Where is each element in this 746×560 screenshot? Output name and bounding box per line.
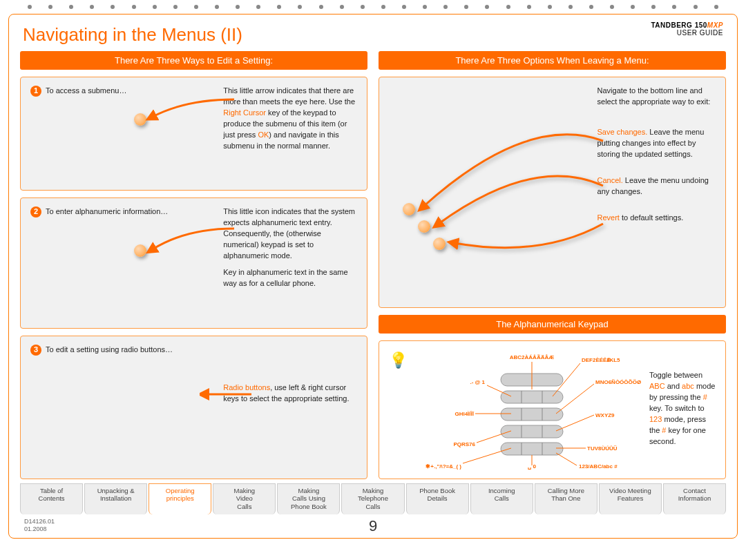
page-frame: TANDBERG 150MXP USER GUIDE Navigating in… — [8, 14, 738, 539]
box3-lead: To edit a setting using radio buttons… — [46, 345, 173, 356]
chapter-tab[interactable]: MakingVideoCalls — [213, 483, 276, 514]
box2-p2: Key in alphanumeric text in the same way… — [223, 267, 357, 289]
chapter-tab[interactable]: Operatingprinciples — [149, 483, 211, 514]
chapter-tab[interactable]: Calling MoreThan One — [535, 483, 597, 514]
leave-menu-box: Navigate to the bottom line and select t… — [379, 77, 726, 308]
svg-text:✱+.,"/\?=&_( ): ✱+.,"/\?=&_( ) — [425, 463, 461, 470]
leave-intro: Navigate to the bottom line and select t… — [597, 86, 716, 108]
chapter-tab[interactable]: ContactInformation — [663, 483, 726, 514]
left-section-header: There Are Three Ways to Edit a Setting: — [20, 51, 367, 70]
svg-text:␣ 0: ␣ 0 — [528, 463, 536, 470]
keypad-description: Toggle between ABC and abc mode by press… — [649, 349, 716, 470]
bullet-1: 1 — [30, 86, 41, 97]
left-column: There Are Three Ways to Edit a Setting: … — [20, 51, 367, 479]
svg-line-23 — [556, 453, 577, 465]
svg-text:GHI4ÌÍÎÏ: GHI4ÌÍÎÏ — [455, 411, 474, 417]
chapter-tab[interactable]: Table ofContents — [20, 483, 83, 514]
header-brand: TANDBERG 150MXP USER GUIDE — [651, 21, 723, 37]
doc-type: USER GUIDE — [677, 29, 723, 37]
edit-setting-box-2: 2To enter alphanumeric information… This… — [20, 197, 367, 329]
right-section-header-2: The Alphanumerical Keypad — [379, 315, 726, 334]
page-number: 9 — [369, 517, 377, 535]
keypad-box: 💡 — [379, 340, 726, 479]
svg-rect-4 — [501, 443, 563, 455]
chapter-tab[interactable]: Phone BookDetails — [406, 483, 469, 514]
chapter-tab[interactable]: Video MeetingFeatures — [599, 483, 662, 514]
box2-p1: This little icon indicates that the syst… — [223, 206, 357, 262]
svg-line-21 — [463, 448, 511, 463]
model-suffix: MXP — [707, 21, 723, 29]
right-column: There Are Three Options When Leaving a M… — [379, 51, 726, 479]
arrow-icon — [144, 93, 241, 141]
chapter-tab[interactable]: IncomingCalls — [470, 483, 533, 514]
svg-text:ABC2ÀÁÂÃÄÅÆ: ABC2ÀÁÂÃÄÅÆ — [510, 354, 554, 360]
box2-lead: To enter alphanumeric information… — [46, 206, 168, 218]
doc-date: 01.2008 — [24, 525, 55, 534]
leave-opt-cancel: Cancel. Leave the menu undoing any chang… — [597, 175, 716, 197]
arrow-icon — [200, 386, 255, 407]
chapter-tab[interactable]: MakingTelephoneCalls — [341, 483, 404, 514]
model-number: 150 — [695, 21, 707, 29]
edit-setting-box-1: 1To access a submenu… This little arrow … — [20, 77, 367, 191]
box1-lead: To access a submenu… — [46, 86, 126, 97]
svg-text:WXYZ9: WXYZ9 — [595, 412, 615, 418]
leave-opt-save: Save changes. Leave the menu putting cha… — [597, 127, 716, 160]
svg-rect-2 — [501, 408, 563, 421]
chapter-tab[interactable]: Unpacking &Installation — [84, 483, 147, 514]
footer-meta: D14126.01 01.2008 — [24, 518, 55, 534]
svg-text:TUV8ÙÚÛÜ: TUV8ÙÚÛÜ — [587, 445, 618, 452]
arrows-group-icon — [389, 86, 610, 293]
svg-text:.- @ 1: .- @ 1 — [470, 379, 485, 385]
arrow-icon — [144, 222, 241, 270]
svg-rect-1 — [501, 391, 563, 403]
doc-id: D14126.01 — [24, 518, 55, 526]
spiral-binding — [0, 0, 746, 14]
svg-text:JKL5: JKL5 — [606, 357, 620, 363]
chapter-tabs: Table ofContentsUnpacking &InstallationO… — [20, 483, 726, 514]
chapter-tab[interactable]: MakingCalls UsingPhone Book — [277, 483, 340, 514]
svg-text:MNO6ÑÒÓÔÕÖØ: MNO6ÑÒÓÔÕÖØ — [595, 379, 641, 385]
right-section-header-1: There Are Three Options When Leaving a M… — [379, 51, 726, 70]
leave-opt-revert: Revert to default settings. — [597, 213, 716, 224]
bullet-3: 3 — [30, 345, 41, 356]
edit-setting-box-3: 3To edit a setting using radio buttons… … — [20, 336, 367, 479]
svg-text:123/ABC/abc #: 123/ABC/abc # — [579, 463, 618, 470]
lightbulb-icon: 💡 — [389, 349, 408, 470]
box1-description: This little arrow indicates that there a… — [223, 86, 357, 182]
brand-name: TANDBERG — [651, 21, 692, 29]
svg-text:PQRS76: PQRS76 — [453, 441, 475, 447]
keypad-diagram: .- @ 1 ABC2ÀÁÂÃÄÅÆ DEF2ÈÉÊË GHI4ÌÍÎÏ JKL… — [421, 349, 642, 470]
page-title: Navigating in the Menus (II) — [23, 24, 726, 46]
bullet-2: 2 — [30, 206, 41, 218]
